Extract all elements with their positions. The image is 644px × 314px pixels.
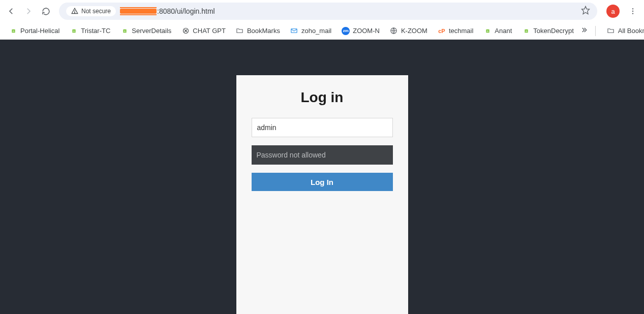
bookmark-label: BookMarks (247, 27, 280, 35)
bookmark-k-zoom[interactable]: K-ZOOM (386, 25, 432, 37)
password-disabled-message: Password not allowed (252, 145, 393, 165)
bookmarks-overflow-button[interactable] (580, 26, 588, 36)
chatgpt-icon (181, 27, 190, 35)
forward-button[interactable] (21, 4, 36, 18)
arrow-right-icon (24, 7, 33, 16)
svg-point-1 (75, 12, 75, 13)
bookmark-label: ServerDetails (132, 27, 171, 35)
mail-icon (290, 27, 298, 35)
all-bookmarks-button[interactable]: All Bookmarks (603, 25, 644, 37)
bookmarks-bar: ⧈ Portal-Helical ⧈ Tristar-TC ⧈ ServerDe… (0, 22, 644, 40)
bookmark-label: techmail (449, 27, 473, 35)
bookmark-techmail[interactable]: cP techmail (434, 25, 477, 37)
redacted-host (120, 9, 157, 14)
svg-point-5 (632, 13, 633, 14)
login-button[interactable]: Log In (252, 173, 393, 191)
bookmark-label: K-ZOOM (401, 27, 427, 35)
svg-point-4 (632, 11, 633, 12)
browser-toolbar: Not secure :8080/ui/login.html a (0, 0, 644, 22)
bookmark-portal-helical[interactable]: ⧈ Portal-Helical (5, 25, 64, 37)
bookmark-star-button[interactable] (581, 6, 590, 17)
bookmark-label: ZOOM-N (353, 27, 380, 35)
all-bookmarks-label: All Bookmarks (618, 27, 644, 35)
helical-icon: ⧈ (70, 27, 78, 35)
helical-icon: ⧈ (522, 27, 530, 35)
cpanel-icon: cP (438, 27, 446, 35)
bookmark-label: TokenDecrypt (533, 27, 573, 35)
url-suffix: :8080/ui/login.html (157, 7, 215, 15)
zoom-icon: zm (342, 27, 350, 35)
bookmark-label: CHAT GPT (193, 27, 226, 35)
bookmark-label: Anant (495, 27, 512, 35)
folder-icon (607, 27, 615, 35)
reload-button[interactable] (39, 4, 53, 18)
separator (595, 26, 596, 36)
globe-icon (390, 27, 398, 35)
bookmark-zoho-mail[interactable]: zoho_mail (286, 25, 335, 37)
bookmark-bookmarks-folder[interactable]: BookMarks (232, 25, 284, 37)
bookmark-tokendecrypt[interactable]: ⧈ TokenDecrypt (518, 25, 577, 37)
browser-menu-button[interactable] (626, 7, 640, 15)
star-icon (581, 6, 590, 15)
login-card: Log in Password not allowed Log In (236, 75, 408, 314)
reload-icon (42, 7, 50, 16)
bookmark-anant[interactable]: ⧈ Anant (479, 25, 516, 37)
helical-icon: ⧈ (483, 27, 492, 35)
svg-marker-2 (582, 7, 590, 14)
login-title: Log in (252, 89, 393, 106)
profile-avatar[interactable]: a (606, 5, 620, 18)
page-content: Log in Password not allowed Log In (0, 40, 644, 314)
address-bar[interactable]: Not secure :8080/ui/login.html (59, 3, 597, 20)
security-chip[interactable]: Not secure (66, 6, 116, 16)
url-text: :8080/ui/login.html (120, 7, 215, 15)
bookmark-label: Portal-Helical (20, 27, 59, 35)
kebab-icon (629, 7, 637, 15)
bookmark-label: zoho_mail (301, 27, 331, 35)
bookmark-label: Tristar-TC (81, 27, 110, 35)
helical-icon: ⧈ (9, 27, 17, 35)
bookmarks-overflow-area: All Bookmarks (580, 25, 644, 37)
security-label: Not secure (81, 8, 111, 15)
back-button[interactable] (4, 4, 18, 18)
bookmark-serverdetails[interactable]: ⧈ ServerDetails (116, 25, 175, 37)
chevrons-right-icon (580, 26, 588, 34)
profile-initial: a (611, 8, 615, 15)
username-input[interactable] (252, 118, 393, 137)
bookmark-zoom-n[interactable]: zm ZOOM-N (338, 25, 384, 37)
svg-point-3 (632, 8, 633, 9)
warning-icon (71, 8, 78, 15)
bookmark-chatgpt[interactable]: CHAT GPT (177, 25, 230, 37)
bookmark-tristar-tc[interactable]: ⧈ Tristar-TC (66, 25, 114, 37)
helical-icon: ⧈ (120, 27, 129, 35)
folder-icon (236, 27, 244, 35)
arrow-left-icon (7, 7, 16, 16)
